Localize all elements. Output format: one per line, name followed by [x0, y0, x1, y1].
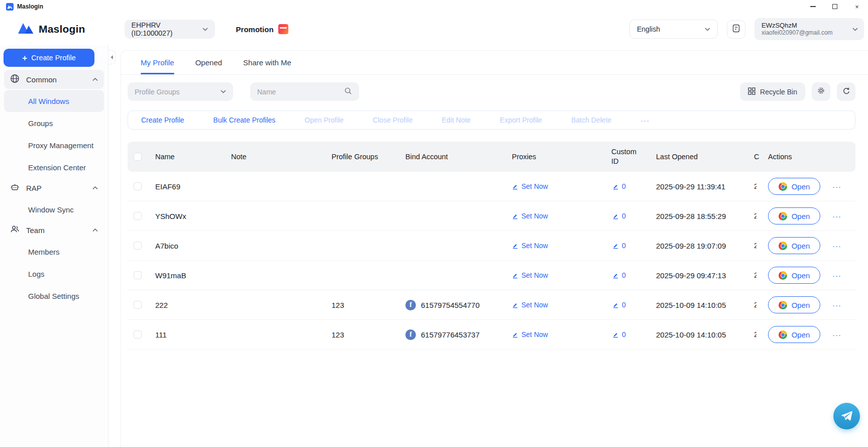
- table-row: EIAF69 Set Now 0 2025-09-29 11:39:41 2 O…: [128, 172, 855, 201]
- sidebar-item-global-settings[interactable]: Global Settings: [4, 285, 104, 307]
- chrome-icon: [779, 271, 787, 280]
- tab-share-with-me[interactable]: Share with Me: [243, 58, 291, 74]
- profiles-table: Name Note Profile Groups Bind Account Pr…: [128, 142, 855, 350]
- tab-my-profile[interactable]: My Profile: [141, 58, 174, 74]
- set-proxy-link[interactable]: Set Now: [502, 301, 602, 309]
- custom-id-edit[interactable]: 0: [602, 271, 654, 279]
- close-button[interactable]: ×: [846, 0, 868, 13]
- sidebar-item-groups[interactable]: Groups: [4, 112, 104, 134]
- profile-tabs: My Profile Opened Share with Me: [121, 51, 868, 75]
- edit-icon: [612, 213, 619, 219]
- team-selector[interactable]: EHPHRV (ID:1000027): [125, 20, 215, 39]
- set-proxy-link[interactable]: Set Now: [502, 242, 602, 250]
- set-proxy-link[interactable]: Set Now: [502, 330, 602, 339]
- set-now-label: Set Now: [521, 242, 548, 250]
- promotion-link[interactable]: Promotion: [236, 24, 288, 34]
- profile-groups-select[interactable]: Profile Groups: [128, 82, 233, 101]
- open-profile-button[interactable]: Open: [768, 326, 820, 343]
- promotion-label: Promotion: [236, 25, 274, 34]
- row-more-icon[interactable]: ···: [832, 330, 841, 339]
- row-actions: Open ···: [766, 296, 855, 313]
- col-note: Note: [227, 153, 327, 161]
- select-all-checkbox[interactable]: [134, 153, 142, 161]
- open-profile-button[interactable]: Open: [768, 296, 820, 313]
- col-last-opened: Last Opened: [654, 153, 754, 161]
- last-opened-value: 2025-10-09 14:10:05: [654, 301, 754, 309]
- set-now-label: Set Now: [521, 182, 548, 190]
- open-profile-button[interactable]: Open: [768, 178, 820, 195]
- set-proxy-link[interactable]: Set Now: [502, 271, 602, 279]
- set-proxy-link[interactable]: Set Now: [502, 212, 602, 220]
- sidebar-item-members[interactable]: Members: [4, 241, 104, 263]
- table-row: W91maB Set Now 0 2025-09-29 09:47:13 2 O…: [128, 261, 855, 290]
- action-create-profile[interactable]: Create Profile: [141, 116, 184, 124]
- sidebar-collapse-handle[interactable]: [108, 50, 116, 64]
- last-opened-value: 2025-09-28 19:07:09: [654, 242, 754, 250]
- row-more-icon[interactable]: ···: [832, 242, 841, 250]
- custom-id-edit[interactable]: 0: [602, 330, 654, 339]
- open-label: Open: [792, 330, 810, 339]
- created-clipped-value: 2: [754, 242, 756, 250]
- row-more-icon[interactable]: ···: [832, 212, 841, 220]
- settings-button[interactable]: [812, 82, 830, 101]
- action-open-profile[interactable]: Open Profile: [304, 116, 344, 124]
- created-clipped-value: 2: [754, 212, 756, 220]
- sidebar-item-window-sync[interactable]: Window Sync: [4, 198, 104, 220]
- row-checkbox[interactable]: [134, 182, 142, 190]
- sidebar-section-rap[interactable]: RAP: [4, 178, 104, 197]
- row-checkbox[interactable]: [134, 301, 142, 309]
- row-more-icon[interactable]: ···: [832, 301, 841, 309]
- sidebar-item-all-windows[interactable]: All Windows: [4, 90, 104, 112]
- row-checkbox[interactable]: [134, 271, 142, 279]
- account-menu[interactable]: EWzSQhzM xiaofei020907@gmail.com: [754, 18, 864, 40]
- sidebar-item-extension-center[interactable]: Extension Center: [4, 156, 104, 178]
- chevron-down-icon: [852, 28, 858, 31]
- profile-name: 111: [151, 330, 227, 339]
- custom-id-value: 0: [622, 271, 626, 279]
- row-more-icon[interactable]: ···: [832, 271, 841, 280]
- telegram-button[interactable]: [833, 403, 860, 429]
- edit-icon: [612, 302, 619, 308]
- last-opened-value: 2025-09-29 11:39:41: [654, 182, 754, 191]
- sidebar-item-logs[interactable]: Logs: [4, 263, 104, 285]
- action-export-profile[interactable]: Export Profile: [500, 116, 542, 124]
- name-search-input[interactable]: [257, 88, 333, 96]
- gift-icon: [278, 24, 288, 34]
- row-checkbox[interactable]: [134, 330, 142, 339]
- chevron-down-icon: [221, 90, 226, 93]
- set-proxy-link[interactable]: Set Now: [502, 182, 602, 190]
- row-checkbox[interactable]: [134, 212, 142, 220]
- maximize-button[interactable]: [824, 0, 846, 13]
- language-value: English: [637, 25, 660, 33]
- open-label: Open: [792, 301, 810, 309]
- chevron-up-icon: [92, 78, 98, 81]
- sidebar-section-team[interactable]: Team: [4, 220, 104, 240]
- action-batch-delete[interactable]: Batch Delete: [571, 116, 611, 124]
- open-profile-button[interactable]: Open: [768, 237, 820, 254]
- recycle-bin-button[interactable]: Recycle Bin: [740, 82, 805, 101]
- create-profile-button[interactable]: + Create Profile: [4, 49, 94, 67]
- open-profile-button[interactable]: Open: [768, 267, 820, 284]
- name-search-box[interactable]: [250, 82, 359, 101]
- notes-button[interactable]: [727, 20, 745, 39]
- team-selector-value: EHPHRV (ID:1000027): [132, 21, 202, 37]
- table-row: 111 123 f 61579776453737 Set Now 0 2025-…: [128, 320, 855, 350]
- custom-id-edit[interactable]: 0: [602, 182, 654, 190]
- row-checkbox[interactable]: [134, 242, 142, 250]
- custom-id-edit[interactable]: 0: [602, 212, 654, 220]
- action-bulk-create-profiles[interactable]: Bulk Create Profiles: [213, 116, 276, 124]
- tab-opened[interactable]: Opened: [195, 58, 222, 74]
- sidebar-item-proxy-management[interactable]: Proxy Management: [4, 134, 104, 156]
- language-selector[interactable]: English: [629, 20, 718, 39]
- action-close-profile[interactable]: Close Profile: [373, 116, 412, 124]
- open-label: Open: [792, 271, 810, 280]
- open-profile-button[interactable]: Open: [768, 207, 820, 225]
- minimize-button[interactable]: [802, 0, 824, 13]
- custom-id-edit[interactable]: 0: [602, 301, 654, 309]
- sidebar-section-common[interactable]: Common: [4, 70, 104, 89]
- row-more-icon[interactable]: ···: [832, 182, 841, 191]
- custom-id-edit[interactable]: 0: [602, 242, 654, 250]
- action-edit-note[interactable]: Edit Note: [442, 116, 471, 124]
- more-actions-icon[interactable]: ···: [640, 116, 649, 125]
- refresh-button[interactable]: [837, 82, 855, 101]
